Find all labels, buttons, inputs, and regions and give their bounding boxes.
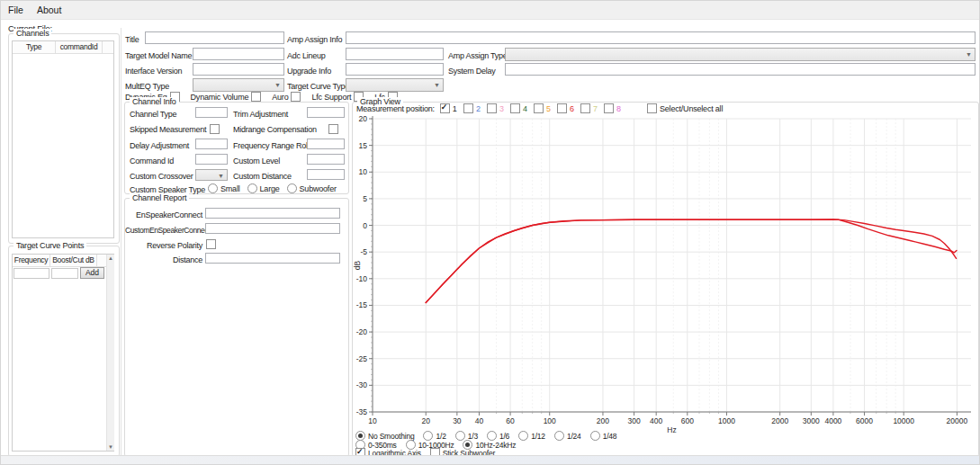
menu-about[interactable]: About (37, 4, 61, 15)
custom-crossover-combobox[interactable]: ▼ (195, 169, 228, 181)
channels-list-body[interactable] (13, 54, 113, 238)
measurement-position-7-checkbox[interactable] (580, 103, 590, 113)
target-curve-type-combobox[interactable]: ▼ (346, 78, 444, 92)
measurement-position-1-checkbox[interactable] (440, 103, 450, 113)
measurement-position-row: Measurement position: 12345678 Select/Un… (356, 103, 723, 113)
scroll-down-icon[interactable]: ▼ (107, 444, 114, 450)
speaker-type-radio-small[interactable] (208, 183, 218, 193)
measurement-position-4-checkbox[interactable] (510, 103, 520, 113)
upgrade-info-input[interactable] (346, 63, 444, 76)
custom-speaker-type-radios: SmallLargeSubwoofer (208, 183, 337, 193)
channels-col-commandid[interactable]: commandId (56, 41, 103, 53)
target-curve-type-label: Target Curve Type (287, 81, 349, 92)
graph-view-group: Graph View (352, 102, 979, 457)
adc-lineup-input[interactable] (346, 48, 444, 60)
select-unselect-all-checkbox[interactable] (647, 103, 657, 113)
speaker-type-radio-subwoofer[interactable] (287, 183, 297, 193)
channels-group-title: Channels (13, 29, 51, 38)
measurement-position-4: 4 (510, 103, 527, 113)
command-id-label: Command Id (130, 156, 174, 166)
channel-type-label: Channel Type (130, 109, 176, 120)
multeq-type-combobox[interactable]: ▼ (193, 78, 284, 92)
delay-adjustment-input[interactable] (195, 139, 228, 149)
midrange-compensation-checkbox[interactable] (328, 124, 338, 134)
menu-file[interactable]: File (8, 4, 23, 15)
multeq-type-label: MultEQ Type (125, 81, 169, 92)
distance-label: Distance (125, 255, 202, 265)
measurement-position-8-checkbox[interactable] (604, 103, 614, 113)
channel-report-group: Channel Report EnSpeakerConnect CustomEn… (124, 198, 349, 457)
title-input[interactable] (145, 31, 284, 44)
smoothing-option-1-48: 1/48 (590, 431, 617, 441)
channels-table: Type commandId (12, 40, 114, 238)
upgrade-info-label: Upgrade Info (287, 66, 331, 76)
add-point-button[interactable]: Add (80, 267, 104, 279)
command-id-input[interactable] (195, 154, 228, 165)
smoothing-option-1-12: 1/12 (518, 431, 545, 441)
new-point-boostcut-cell[interactable] (51, 268, 78, 279)
target-curve-table: Frequency Boost/Cut dB Add ▲ ▼ (12, 254, 114, 452)
target-curve-scrollbar[interactable]: ▲ ▼ (106, 255, 114, 451)
channels-col-type[interactable]: Type (13, 41, 56, 53)
enspeakerconnect-label: EnSpeakerConnect (125, 210, 202, 220)
measurement-position-3: 3 (487, 103, 504, 113)
amp-assign-info-label: Amp Assign Info (287, 34, 342, 45)
new-point-frequency-cell[interactable] (13, 268, 49, 279)
target-curve-points-title: Target Curve Points (13, 241, 86, 250)
scroll-up-icon[interactable]: ▲ (107, 255, 114, 261)
target-curve-points-group: Target Curve Points Frequency Boost/Cut … (8, 246, 120, 457)
speaker-type-label: Subwoofer (300, 184, 337, 193)
frequency-range-rolloff-input[interactable] (307, 139, 345, 149)
flag-label: Auro (272, 93, 288, 102)
amp-assign-type-combobox[interactable]: ▼ (505, 48, 976, 61)
target-model-name-input[interactable] (193, 48, 284, 60)
trim-adjustment-input[interactable] (307, 107, 345, 118)
customenspeakerconnect-label: CustomEnSpeakerConnect (125, 225, 202, 236)
measurement-position-3-checkbox[interactable] (487, 103, 497, 113)
skipped-measurement-checkbox[interactable] (210, 124, 220, 134)
channels-col-filler (103, 41, 113, 53)
amp-assign-info-input[interactable] (346, 31, 976, 44)
channel-report-title: Channel Report (130, 193, 189, 202)
measurement-position-label: Measurement position: (356, 104, 435, 113)
target-model-name-label: Target Model Name (125, 50, 192, 61)
flag-checkbox-auro[interactable] (291, 92, 301, 102)
measurement-position-6-checkbox[interactable] (557, 103, 567, 113)
measurement-position-5-checkbox[interactable] (534, 103, 544, 113)
system-delay-input[interactable] (505, 63, 976, 76)
measurement-position-6-label: 6 (570, 104, 574, 113)
customenspeakerconnect-input[interactable] (205, 223, 340, 234)
channel-info-group: Channel Info Channel Type Trim Adjustmen… (124, 102, 349, 194)
measurement-position-2-checkbox[interactable] (463, 103, 473, 113)
smoothing-option-1-24: 1/24 (554, 431, 581, 441)
smoothing-radio-1-24[interactable] (554, 431, 564, 441)
menu-bar: File About (1, 1, 979, 20)
flag-checkbox-dynamic-volume[interactable] (251, 92, 261, 102)
smoothing-radio-1-48[interactable] (590, 431, 600, 441)
target-curve-col-boostcut[interactable]: Boost/Cut dB (50, 255, 97, 266)
speaker-type-radio-large[interactable] (247, 183, 257, 193)
chevron-down-icon: ▼ (218, 172, 224, 181)
system-delay-label: System Delay (448, 66, 496, 76)
target-curve-col-frequency[interactable]: Frequency (13, 255, 50, 266)
smoothing-radio-1-12[interactable] (518, 431, 528, 441)
reverse-polarity-checkbox[interactable] (206, 239, 216, 249)
app-window: File About Current File: Channels Type c… (0, 0, 980, 465)
interface-version-input[interactable] (193, 63, 284, 76)
channel-type-input[interactable] (195, 107, 228, 118)
measurement-position-2-label: 2 (476, 104, 481, 113)
flag-auro: Auro (272, 92, 301, 102)
measurement-position-6: 6 (557, 103, 574, 113)
measurement-position-5: 5 (534, 103, 551, 113)
speaker-type-large: Large (247, 183, 280, 193)
channel-info-title: Channel Info (130, 97, 179, 106)
select-unselect-all: Select/Unselect all (647, 103, 723, 113)
flag-label: Lfc Support (311, 93, 351, 102)
custom-distance-input[interactable] (307, 169, 345, 180)
distance-input[interactable] (205, 253, 340, 264)
measurement-position-8: 8 (604, 103, 621, 113)
enspeakerconnect-input[interactable] (205, 208, 340, 219)
flag-lfc-support: Lfc Support (311, 92, 364, 102)
custom-crossover-label: Custom Crossover (130, 171, 193, 182)
custom-level-input[interactable] (307, 154, 345, 165)
